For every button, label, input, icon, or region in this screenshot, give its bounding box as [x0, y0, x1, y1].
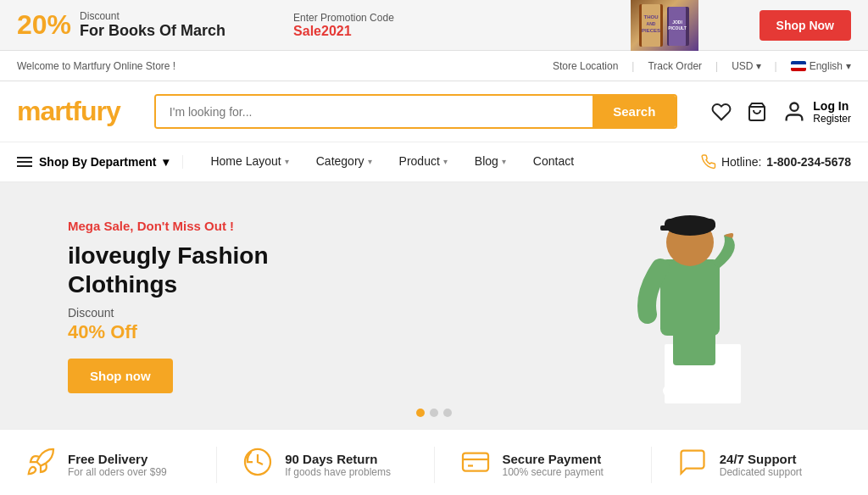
svg-text:JODI: JODI — [672, 19, 682, 25]
feature-support-sub: Dedicated support — [720, 466, 802, 478]
hero-discount-value: 40% Off — [68, 321, 268, 343]
utility-bar: Welcome to Martfury Online Store ! Store… — [0, 51, 868, 81]
search-bar: Search — [154, 94, 678, 129]
feature-delivery-text: Free Delivery For all oders over $99 — [68, 452, 167, 478]
feature-delivery-sub: For all oders over $99 — [68, 466, 167, 478]
secure-payment-icon — [460, 447, 491, 483]
header: martfury Search Log In Register — [0, 81, 868, 142]
hero-dots — [416, 409, 452, 417]
feature-support-title: 24/7 Support — [720, 452, 802, 466]
currency-label: USD — [732, 60, 753, 72]
feature-return-title: 90 Days Return — [285, 452, 391, 466]
search-input[interactable] — [156, 96, 593, 127]
banner-promo: Enter Promotion Code Sale2021 — [293, 12, 394, 39]
store-location-link[interactable]: Store Location — [553, 60, 618, 72]
banner-percent: 20% — [17, 9, 71, 41]
nav-bar: Shop By Department ▾ Home Layout ▾ Categ… — [0, 142, 868, 183]
logo[interactable]: martfury — [17, 96, 120, 127]
features-bar: Free Delivery For all oders over $99 90 … — [0, 429, 868, 495]
nav-label-category: Category — [316, 154, 364, 168]
feature-support: 24/7 Support Dedicated support — [652, 447, 868, 483]
banner-promo-label: Enter Promotion Code — [293, 12, 394, 24]
feature-payment-title: Secure Payment — [503, 452, 604, 466]
language-label: English — [810, 60, 843, 72]
feature-payment: Secure Payment 100% secure payment — [435, 447, 652, 483]
svg-rect-13 — [660, 259, 720, 336]
cart-icon — [747, 102, 767, 122]
nav-label-contact: Contact — [533, 154, 574, 168]
svg-point-10 — [791, 103, 798, 110]
top-banner: 20% Discount For Books Of March Enter Pr… — [0, 0, 868, 51]
feature-payment-text: Secure Payment 100% secure payment — [503, 452, 604, 478]
phone-icon — [701, 154, 716, 170]
shop-by-department-button[interactable]: Shop By Department ▾ — [17, 155, 183, 169]
hero-tag: Mega Sale, Don't Miss Out ! — [68, 219, 268, 233]
banner-discount-block: 20% Discount For Books Of March — [17, 9, 225, 41]
svg-text:PIECES: PIECES — [642, 28, 660, 33]
svg-text:THOU: THOU — [644, 14, 659, 19]
shop-dept-chevron-icon: ▾ — [163, 155, 169, 169]
language-chevron-icon: ▾ — [846, 60, 851, 72]
currency-chevron-icon: ▾ — [756, 60, 761, 72]
hotline: Hotline: 1-800-234-5678 — [701, 154, 851, 170]
nav-chevron-home-layout-icon: ▾ — [285, 157, 289, 166]
language-selector[interactable]: English ▾ — [791, 60, 851, 72]
utility-right: Store Location | Track Order | USD ▾ | E… — [553, 60, 851, 72]
banner-discount-label: Discount — [80, 10, 225, 22]
hamburger-icon — [17, 157, 32, 167]
svg-point-19 — [687, 380, 724, 397]
shop-dept-label: Shop By Department — [39, 155, 156, 169]
hotline-label: Hotline: — [721, 155, 761, 169]
nav-item-contact[interactable]: Contact — [520, 142, 587, 182]
hero-dot-1[interactable] — [416, 409, 425, 417]
cart-button[interactable] — [747, 102, 767, 122]
nav-item-blog[interactable]: Blog ▾ — [461, 142, 520, 182]
feature-return-sub: If goods have problems — [285, 466, 391, 478]
return-icon — [242, 447, 273, 483]
nav-label-product: Product — [399, 154, 440, 168]
feature-return: 90 Days Return If goods have problems — [217, 447, 434, 483]
divider1: | — [632, 60, 634, 72]
nav-label-home-layout: Home Layout — [210, 154, 281, 168]
shop-now-button[interactable]: Shop Now — [760, 10, 851, 41]
hero-section: Mega Sale, Don't Miss Out ! iloveugly Fa… — [0, 183, 868, 429]
track-order-link[interactable]: Track Order — [648, 60, 702, 72]
feature-payment-sub: 100% secure payment — [503, 466, 604, 478]
logo-black: mart — [17, 96, 72, 126]
feature-support-text: 24/7 Support Dedicated support — [720, 452, 802, 478]
svg-text:PICOULT: PICOULT — [668, 25, 687, 31]
divider2: | — [715, 60, 718, 72]
nav-chevron-product-icon: ▾ — [443, 157, 448, 166]
banner-text: Discount For Books Of March — [80, 10, 225, 40]
search-button[interactable]: Search — [593, 96, 676, 127]
nav-chevron-blog-icon: ▾ — [502, 157, 506, 166]
nav-links: Home Layout ▾ Category ▾ Product ▾ Blog … — [197, 142, 700, 182]
login-label: Log In — [813, 99, 851, 113]
wishlist-button[interactable] — [711, 102, 732, 122]
banner-book-image: THOU AND PIECES JODI PICOULT — [631, 0, 698, 51]
svg-rect-17 — [660, 225, 669, 231]
register-label: Register — [813, 113, 851, 125]
hotline-number: 1-800-234-5678 — [766, 155, 851, 169]
currency-selector[interactable]: USD ▾ — [732, 60, 760, 72]
welcome-text: Welcome to Martfury Online Store ! — [17, 60, 175, 72]
hero-shop-button[interactable]: Shop now — [68, 359, 173, 393]
hero-dot-3[interactable] — [443, 409, 452, 417]
feature-return-text: 90 Days Return If goods have problems — [285, 452, 391, 478]
feature-free-delivery: Free Delivery For all oders over $99 — [0, 447, 217, 483]
rocket-icon — [25, 447, 56, 483]
banner-promo-code: Sale2021 — [293, 24, 394, 39]
nav-item-category[interactable]: Category ▾ — [303, 142, 386, 182]
hero-dot-2[interactable] — [430, 409, 438, 417]
divider3: | — [775, 60, 777, 72]
header-icons: Log In Register — [711, 99, 851, 125]
logo-orange: fury — [72, 96, 120, 126]
nav-item-home-layout[interactable]: Home Layout ▾ — [197, 142, 302, 182]
user-account-button[interactable]: Log In Register — [782, 99, 851, 125]
nav-chevron-category-icon: ▾ — [368, 157, 372, 166]
svg-rect-16 — [665, 219, 715, 231]
hero-title: iloveugly FashionClothings — [68, 242, 268, 298]
flag-icon — [791, 61, 806, 71]
hero-discount-label: Discount — [68, 306, 268, 320]
nav-item-product[interactable]: Product ▾ — [386, 142, 461, 182]
